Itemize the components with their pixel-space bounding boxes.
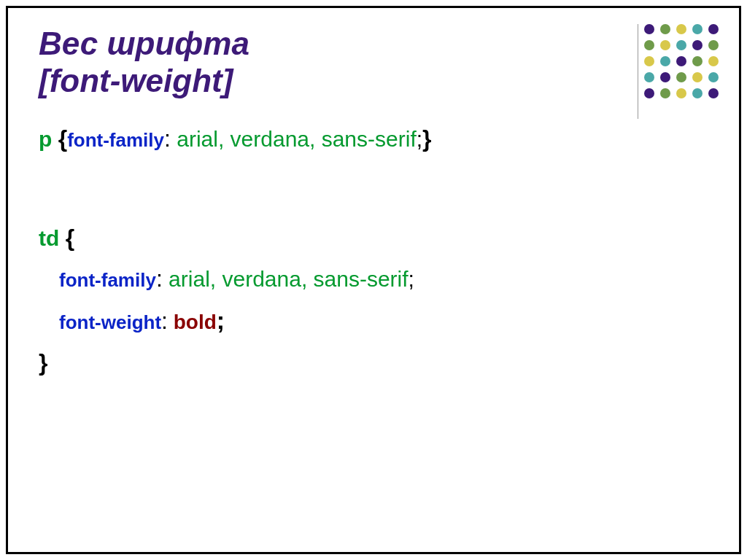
colon: : [156, 265, 163, 292]
brace-open: { [66, 225, 74, 251]
selector: p [39, 127, 52, 151]
property: font-family [59, 269, 156, 291]
title-line2: [font-weight] [39, 63, 233, 98]
value: bold [168, 311, 217, 333]
semicolon: ; [409, 267, 414, 291]
property: font-family [67, 129, 164, 151]
rule2-line1: font-family: arial, verdana, sans-serif; [39, 261, 708, 296]
brace-close: } [422, 125, 431, 152]
vertical-divider [638, 24, 638, 119]
brace-close: } [39, 349, 47, 376]
rule2-line2: font-weight: bold; [39, 302, 708, 339]
semicolon: ; [417, 127, 422, 151]
value: arial, verdana, sans-serif [163, 267, 409, 291]
decorative-dots [644, 24, 719, 104]
value: arial, verdana, sans-serif [171, 127, 417, 151]
colon: : [161, 308, 168, 334]
rule2-open: td { [39, 220, 708, 255]
semicolon: ; [217, 306, 225, 334]
selector: td [39, 226, 59, 250]
rule2-close: } [39, 345, 708, 380]
colon: : [164, 125, 171, 152]
brace-open: { [58, 125, 67, 152]
slide-title: Вес шрифта [font-weight] [39, 26, 708, 99]
property: font-weight [59, 311, 161, 333]
title-line1: Вес шрифта [39, 26, 249, 61]
rule1: p {font-family: arial, verdana, sans-ser… [39, 121, 708, 156]
slide-frame: Вес шрифта [font-weight] p {font-family:… [6, 6, 741, 554]
